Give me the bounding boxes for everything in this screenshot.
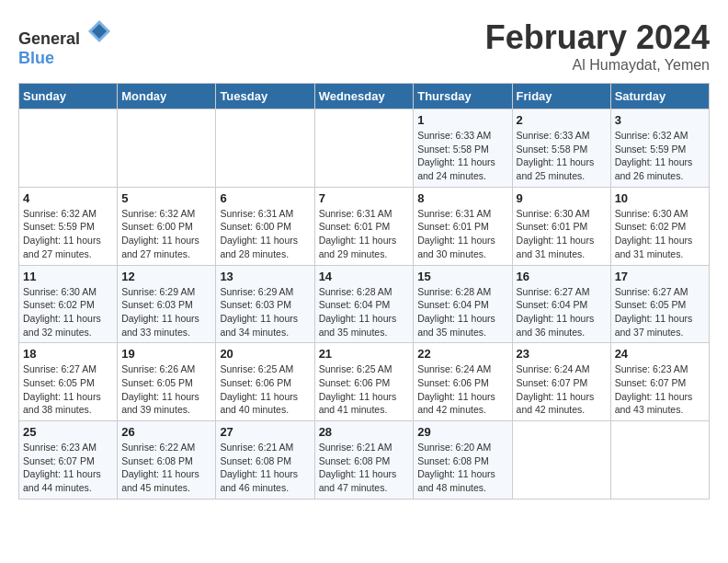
day-number: 4: [23, 191, 113, 205]
day-info: Sunrise: 6:24 AM Sunset: 6:07 PM Dayligh…: [517, 362, 607, 417]
title-area: February 2024 Al Humaydat, Yemen: [485, 18, 710, 74]
day-info: Sunrise: 6:23 AM Sunset: 6:07 PM Dayligh…: [23, 441, 113, 495]
day-number: 26: [121, 425, 211, 439]
day-number: 16: [517, 270, 607, 283]
calendar-cell: [118, 109, 216, 188]
logo: General Blue: [18, 18, 112, 68]
calendar-cell: 26Sunrise: 6:22 AM Sunset: 6:08 PM Dayli…: [118, 421, 216, 500]
day-number: 19: [121, 347, 211, 361]
day-info: Sunrise: 6:24 AM Sunset: 6:06 PM Dayligh…: [417, 362, 507, 417]
calendar-cell: 5Sunrise: 6:32 AM Sunset: 6:00 PM Daylig…: [118, 187, 216, 265]
weekday-header-tuesday: Tuesday: [216, 84, 314, 109]
calendar-cell: 19Sunrise: 6:26 AM Sunset: 6:05 PM Dayli…: [118, 343, 216, 421]
day-info: Sunrise: 6:28 AM Sunset: 6:04 PM Dayligh…: [319, 285, 410, 339]
calendar-cell: 10Sunrise: 6:30 AM Sunset: 6:02 PM Dayli…: [610, 187, 709, 265]
calendar-week-row: 25Sunrise: 6:23 AM Sunset: 6:07 PM Dayli…: [19, 421, 710, 500]
day-number: 14: [319, 270, 410, 283]
day-info: Sunrise: 6:22 AM Sunset: 6:08 PM Dayligh…: [121, 441, 211, 495]
day-info: Sunrise: 6:28 AM Sunset: 6:04 PM Dayligh…: [417, 285, 507, 339]
day-number: 27: [220, 425, 310, 439]
day-info: Sunrise: 6:23 AM Sunset: 6:07 PM Dayligh…: [615, 362, 705, 417]
day-info: Sunrise: 6:31 AM Sunset: 6:01 PM Dayligh…: [417, 207, 507, 261]
page-header: General Blue February 2024 Al Humaydat, …: [18, 18, 710, 74]
day-info: Sunrise: 6:32 AM Sunset: 5:59 PM Dayligh…: [615, 129, 705, 183]
day-number: 20: [220, 347, 310, 361]
weekday-header-saturday: Saturday: [610, 84, 709, 109]
day-number: 8: [417, 191, 507, 205]
day-info: Sunrise: 6:21 AM Sunset: 6:08 PM Dayligh…: [319, 441, 410, 495]
day-info: Sunrise: 6:29 AM Sunset: 6:03 PM Dayligh…: [121, 285, 211, 339]
day-number: 15: [417, 270, 507, 283]
calendar-week-row: 11Sunrise: 6:30 AM Sunset: 6:02 PM Dayli…: [19, 265, 710, 343]
logo-blue: Blue: [18, 49, 54, 67]
calendar-cell: 8Sunrise: 6:31 AM Sunset: 6:01 PM Daylig…: [414, 187, 512, 265]
calendar-cell: [216, 109, 314, 188]
weekday-header-thursday: Thursday: [414, 84, 512, 109]
calendar-cell: 14Sunrise: 6:28 AM Sunset: 6:04 PM Dayli…: [314, 265, 414, 343]
day-number: 25: [23, 425, 113, 439]
weekday-header-row: SundayMondayTuesdayWednesdayThursdayFrid…: [19, 84, 710, 109]
day-info: Sunrise: 6:29 AM Sunset: 6:03 PM Dayligh…: [220, 285, 310, 339]
day-info: Sunrise: 6:33 AM Sunset: 5:58 PM Dayligh…: [417, 129, 507, 183]
day-number: 13: [220, 270, 310, 283]
day-number: 23: [517, 347, 607, 361]
day-number: 17: [615, 270, 705, 283]
calendar-cell: 29Sunrise: 6:20 AM Sunset: 6:08 PM Dayli…: [414, 421, 512, 500]
day-number: 5: [121, 191, 211, 205]
month-title: February 2024: [485, 18, 710, 57]
calendar-week-row: 18Sunrise: 6:27 AM Sunset: 6:05 PM Dayli…: [19, 343, 710, 421]
calendar-table: SundayMondayTuesdayWednesdayThursdayFrid…: [18, 83, 710, 500]
day-info: Sunrise: 6:21 AM Sunset: 6:08 PM Dayligh…: [220, 441, 310, 495]
day-info: Sunrise: 6:32 AM Sunset: 6:00 PM Dayligh…: [121, 207, 211, 261]
calendar-week-row: 1Sunrise: 6:33 AM Sunset: 5:58 PM Daylig…: [19, 109, 710, 188]
day-number: 28: [319, 425, 410, 439]
day-number: 21: [319, 347, 410, 361]
calendar-cell: [314, 109, 414, 188]
calendar-cell: [512, 421, 610, 500]
day-info: Sunrise: 6:33 AM Sunset: 5:58 PM Dayligh…: [517, 129, 607, 183]
day-number: 9: [517, 191, 607, 205]
weekday-header-monday: Monday: [118, 84, 216, 109]
weekday-header-friday: Friday: [512, 84, 610, 109]
day-number: 10: [615, 191, 705, 205]
weekday-header-sunday: Sunday: [19, 84, 118, 109]
calendar-cell: 23Sunrise: 6:24 AM Sunset: 6:07 PM Dayli…: [512, 343, 610, 421]
day-info: Sunrise: 6:30 AM Sunset: 6:02 PM Dayligh…: [23, 285, 113, 339]
calendar-cell: 21Sunrise: 6:25 AM Sunset: 6:06 PM Dayli…: [314, 343, 414, 421]
day-number: 24: [615, 347, 705, 361]
logo-general: General: [18, 29, 80, 48]
day-number: 12: [121, 270, 211, 283]
day-number: 7: [319, 191, 410, 205]
day-info: Sunrise: 6:30 AM Sunset: 6:02 PM Dayligh…: [615, 207, 705, 261]
calendar-cell: 2Sunrise: 6:33 AM Sunset: 5:58 PM Daylig…: [512, 109, 610, 188]
calendar-week-row: 4Sunrise: 6:32 AM Sunset: 5:59 PM Daylig…: [19, 187, 710, 265]
calendar-cell: 25Sunrise: 6:23 AM Sunset: 6:07 PM Dayli…: [19, 421, 118, 500]
day-info: Sunrise: 6:27 AM Sunset: 6:04 PM Dayligh…: [517, 285, 607, 339]
calendar-cell: [19, 109, 118, 188]
calendar-cell: 28Sunrise: 6:21 AM Sunset: 6:08 PM Dayli…: [314, 421, 414, 500]
calendar-cell: 9Sunrise: 6:30 AM Sunset: 6:01 PM Daylig…: [512, 187, 610, 265]
logo-text: General Blue: [18, 18, 112, 68]
calendar-cell: 17Sunrise: 6:27 AM Sunset: 6:05 PM Dayli…: [610, 265, 709, 343]
day-info: Sunrise: 6:25 AM Sunset: 6:06 PM Dayligh…: [319, 362, 410, 417]
day-number: 29: [417, 425, 507, 439]
calendar-cell: 27Sunrise: 6:21 AM Sunset: 6:08 PM Dayli…: [216, 421, 314, 500]
day-info: Sunrise: 6:32 AM Sunset: 5:59 PM Dayligh…: [23, 207, 113, 261]
day-number: 3: [615, 113, 705, 127]
day-info: Sunrise: 6:27 AM Sunset: 6:05 PM Dayligh…: [23, 362, 113, 417]
weekday-header-wednesday: Wednesday: [314, 84, 414, 109]
calendar-cell: 7Sunrise: 6:31 AM Sunset: 6:01 PM Daylig…: [314, 187, 414, 265]
calendar-cell: 20Sunrise: 6:25 AM Sunset: 6:06 PM Dayli…: [216, 343, 314, 421]
day-number: 18: [23, 347, 113, 361]
day-number: 2: [517, 113, 607, 127]
day-info: Sunrise: 6:31 AM Sunset: 6:00 PM Dayligh…: [220, 207, 310, 261]
calendar-cell: 15Sunrise: 6:28 AM Sunset: 6:04 PM Dayli…: [414, 265, 512, 343]
day-number: 6: [220, 191, 310, 205]
calendar-cell: 4Sunrise: 6:32 AM Sunset: 5:59 PM Daylig…: [19, 187, 118, 265]
calendar-cell: 11Sunrise: 6:30 AM Sunset: 6:02 PM Dayli…: [19, 265, 118, 343]
day-info: Sunrise: 6:20 AM Sunset: 6:08 PM Dayligh…: [417, 441, 507, 495]
calendar-cell: 22Sunrise: 6:24 AM Sunset: 6:06 PM Dayli…: [414, 343, 512, 421]
day-number: 1: [417, 113, 507, 127]
day-number: 11: [23, 270, 113, 283]
calendar-cell: 13Sunrise: 6:29 AM Sunset: 6:03 PM Dayli…: [216, 265, 314, 343]
